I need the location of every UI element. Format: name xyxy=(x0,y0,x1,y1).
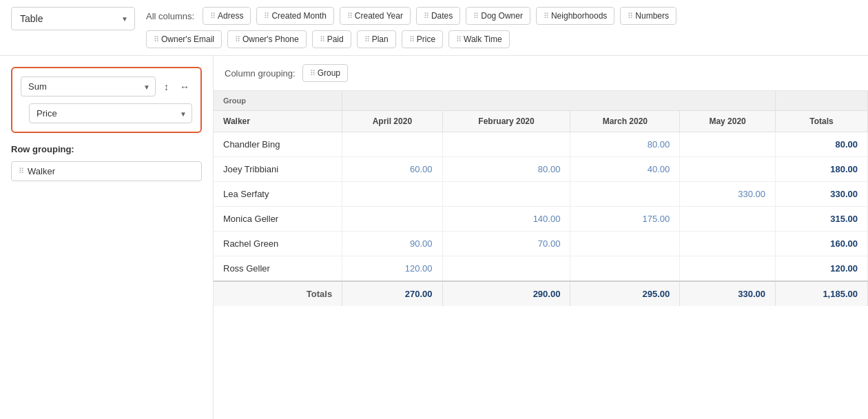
column-chip-adress[interactable]: ⠿ Adress xyxy=(203,7,251,25)
walker-drag-handle-icon: ⠿ xyxy=(19,167,23,176)
row-may xyxy=(680,157,776,182)
row-march: 175.00 xyxy=(570,207,680,232)
agg-row-sum: Sum ▼ ↕ ↔ xyxy=(21,76,192,96)
column-chip-numbers[interactable]: ⠿ Numbers xyxy=(620,7,676,25)
sort-icon-button[interactable]: ↕ xyxy=(161,79,172,95)
table-header-row-2: Walker April 2020 February 2020 March 20… xyxy=(214,111,868,132)
th-totals-header xyxy=(775,91,867,111)
totals-grand: 1,185.00 xyxy=(775,281,867,306)
column-grouping-bar: Column grouping: ⠿ Group xyxy=(214,56,868,91)
drag-handle-icon: ⠿ xyxy=(210,12,215,21)
row-april xyxy=(342,207,442,232)
row-april: 90.00 xyxy=(342,232,442,256)
drag-handle-icon: ⠿ xyxy=(473,12,478,21)
row-april: 120.00 xyxy=(342,256,442,282)
th-may: May 2020 xyxy=(680,111,776,132)
totals-may: 330.00 xyxy=(680,281,776,306)
row-may xyxy=(680,132,776,157)
drag-handle-icon: ⠿ xyxy=(154,35,158,44)
row-february: 80.00 xyxy=(442,157,570,182)
drag-handle-icon: ⠿ xyxy=(628,12,632,21)
column-chip-created-year[interactable]: ⠿ Created Year xyxy=(340,7,411,25)
table-row: Chandler Bing 80.00 80.00 xyxy=(214,132,868,157)
row-total: 80.00 xyxy=(775,132,867,157)
totals-march: 295.00 xyxy=(570,281,680,306)
row-april: 60.00 xyxy=(342,157,442,182)
column-chip-owners-phone[interactable]: ⠿ Owner's Phone xyxy=(227,30,307,48)
row-total: 330.00 xyxy=(775,182,867,207)
row-march: 80.00 xyxy=(570,132,680,157)
column-chip-price[interactable]: ⠿ Price xyxy=(402,30,443,48)
walker-group-item[interactable]: ⠿ Walker xyxy=(11,161,202,181)
row-name: Joey Tribbiani xyxy=(214,157,342,182)
row-total: 315.00 xyxy=(775,207,867,232)
row-total: 160.00 xyxy=(775,232,867,256)
drag-handle-icon: ⠿ xyxy=(456,35,461,44)
row-february xyxy=(442,256,570,282)
drag-handle-icon: ⠿ xyxy=(264,12,269,21)
right-panel: Column grouping: ⠿ Group Group xyxy=(214,56,868,419)
expand-icon-button[interactable]: ↔ xyxy=(177,79,192,95)
left-panel: Sum ▼ ↕ ↔ Price ▼ xyxy=(0,56,214,419)
columns-row-1: All columns: ⠿ Adress ⠿ Created Month ⠿ … xyxy=(146,7,857,25)
app-container: Table ▼ All columns: ⠿ Adress ⠿ Created … xyxy=(0,0,868,419)
column-grouping-label: Column grouping: xyxy=(225,68,296,79)
row-name: Ross Geller xyxy=(214,256,342,282)
column-chip-owners-email[interactable]: ⠿ Owner's Email xyxy=(146,30,222,48)
row-name: Chandler Bing xyxy=(214,132,342,157)
row-name: Rachel Green xyxy=(214,232,342,256)
column-chip-created-month[interactable]: ⠿ Created Month xyxy=(256,7,333,25)
row-march: 40.00 xyxy=(570,157,680,182)
columns-section: All columns: ⠿ Adress ⠿ Created Month ⠿ … xyxy=(146,7,857,48)
aggregation-box: Sum ▼ ↕ ↔ Price ▼ xyxy=(11,67,202,133)
row-february xyxy=(442,182,570,207)
column-chip-neighborhoods[interactable]: ⠿ Neighborhoods xyxy=(536,7,614,25)
column-chip-dog-owner[interactable]: ⠿ Dog Owner xyxy=(466,7,530,25)
row-may xyxy=(680,256,776,282)
drag-handle-icon: ⠿ xyxy=(235,35,240,44)
row-february: 70.00 xyxy=(442,232,570,256)
row-march xyxy=(570,256,680,282)
drag-handle-icon: ⠿ xyxy=(544,12,548,21)
th-april: April 2020 xyxy=(342,111,442,132)
walker-label: Walker xyxy=(28,166,55,176)
table-header-row-1: Group xyxy=(214,91,868,111)
drag-handle-icon: ⠿ xyxy=(320,35,324,44)
table-select-wrapper[interactable]: Table ▼ xyxy=(11,7,135,30)
column-chip-paid[interactable]: ⠿ Paid xyxy=(312,30,351,48)
table-row: Lea Serfaty 330.00 330.00 xyxy=(214,182,868,207)
drag-handle-icon: ⠿ xyxy=(424,12,428,21)
row-may xyxy=(680,232,776,256)
row-total: 180.00 xyxy=(775,157,867,182)
data-table: Group Walker April 2020 xyxy=(214,91,868,306)
row-may: 330.00 xyxy=(680,182,776,207)
group-chip-label: Group xyxy=(318,68,340,78)
agg-row-price: Price ▼ xyxy=(21,103,192,123)
totals-april: 270.00 xyxy=(342,281,442,306)
sum-select-wrapper[interactable]: Sum ▼ xyxy=(21,76,156,96)
price-select[interactable]: Price xyxy=(29,103,192,123)
top-bar: Table ▼ All columns: ⠿ Adress ⠿ Created … xyxy=(0,0,868,56)
th-march: March 2020 xyxy=(570,111,680,132)
column-chip-plan[interactable]: ⠿ Plan xyxy=(357,30,396,48)
price-select-wrapper[interactable]: Price ▼ xyxy=(29,103,192,123)
group-chip[interactable]: ⠿ Group xyxy=(302,64,348,82)
row-february xyxy=(442,132,570,157)
table-select[interactable]: Table xyxy=(11,7,135,30)
table-row: Monica Geller 140.00 175.00 315.00 xyxy=(214,207,868,232)
column-chip-walk-time[interactable]: ⠿ Walk Time xyxy=(448,30,510,48)
main-layout: Sum ▼ ↕ ↔ Price ▼ xyxy=(0,56,868,419)
table-row: Rachel Green 90.00 70.00 160.00 xyxy=(214,232,868,256)
all-columns-label: All columns: xyxy=(146,11,194,21)
th-walker: Walker xyxy=(214,111,342,132)
column-chip-dates[interactable]: ⠿ Dates xyxy=(416,7,460,25)
row-name: Monica Geller xyxy=(214,207,342,232)
row-may xyxy=(680,207,776,232)
drag-handle-icon: ⠿ xyxy=(364,35,369,44)
drag-handle-icon: ⠿ xyxy=(409,35,414,44)
sum-select[interactable]: Sum xyxy=(21,76,156,96)
row-february: 140.00 xyxy=(442,207,570,232)
totals-row: Totals 270.00 290.00 295.00 330.00 1,185… xyxy=(214,281,868,306)
th-group: Group xyxy=(214,91,342,111)
row-april xyxy=(342,182,442,207)
